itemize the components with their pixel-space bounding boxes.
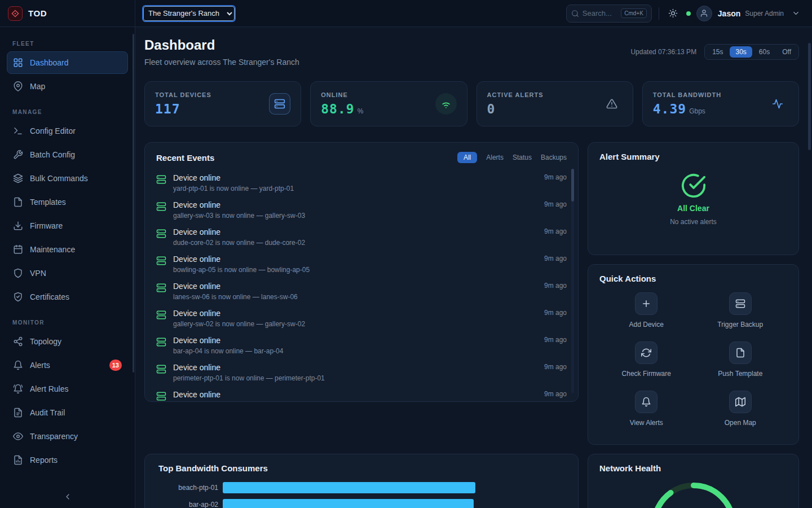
filter-all[interactable]: All	[457, 152, 477, 163]
event-detail: bar-ap-04 is now online — bar-ap-04	[173, 347, 283, 355]
user-menu-button[interactable]	[788, 6, 803, 21]
stat-info: ACTIVE ALERTS 0	[487, 91, 544, 116]
stat-card-active-alerts: ACTIVE ALERTS 0	[476, 81, 633, 126]
event-row[interactable]: Device onlinelanes-sw-06 is now online —…	[156, 277, 567, 304]
action-view-alerts[interactable]: View Alerts	[599, 391, 694, 427]
recent-events-card: Recent Events All Alerts Status Backups …	[144, 142, 579, 402]
event-detail: yard-ptp-01 is now online — yard-ptp-01	[173, 185, 294, 192]
quick-actions-title: Quick Actions	[599, 274, 656, 283]
sidebar-item-topology[interactable]: Topology	[7, 330, 128, 353]
sidebar-item-label: Dashboard	[30, 58, 69, 67]
bandwidth-chart: beach-ptp-01 bar-ap-02	[158, 482, 564, 508]
sidebar-item-config-editor[interactable]: Config Editor	[7, 120, 128, 142]
search-icon	[571, 10, 579, 17]
search-input[interactable]	[582, 9, 617, 17]
sidebar-item-templates[interactable]: Templates	[7, 191, 128, 213]
bell-icon	[635, 391, 657, 413]
sidebar-scrollbar[interactable]	[133, 34, 134, 373]
event-row[interactable]: Device onlineperimeter-ptp-01 is now onl…	[156, 358, 567, 386]
network-health-card: Network Health	[588, 454, 799, 508]
app-root: TOD The Stranger's Ranch Cmd+K Jason Sup…	[0, 0, 812, 508]
sidebar-item-transparency[interactable]: Transparency	[7, 425, 128, 448]
server-icon	[156, 310, 166, 320]
connection-status-dot	[686, 11, 691, 16]
search-box[interactable]: Cmd+K	[566, 5, 652, 23]
event-row[interactable]: Device onlineyard-ptp-01 is now online —…	[156, 169, 567, 196]
events-scrollbar-thumb[interactable]	[571, 169, 574, 202]
bandwidth-row: beach-ptp-01	[158, 482, 564, 493]
alert-status-text: All Clear	[677, 204, 709, 213]
bandwidth-bar-track	[223, 482, 564, 493]
recent-events-header: Recent Events All Alerts Status Backups	[156, 152, 567, 163]
sidebar-item-bulk-commands[interactable]: Bulk Commands	[7, 167, 128, 190]
event-time: 9m ago	[537, 282, 567, 290]
stat-label: ONLINE	[321, 91, 363, 98]
action-label: Push Template	[718, 370, 762, 378]
top-bandwidth-card: Top Bandwidth Consumers beach-ptp-01 bar…	[144, 454, 579, 508]
action-check-firmware[interactable]: Check Firmware	[599, 341, 694, 378]
filter-status[interactable]: Status	[513, 154, 532, 161]
sidebar-item-dashboard[interactable]: Dashboard	[7, 51, 128, 74]
sidebar-section-fleet: FLEET	[7, 41, 128, 47]
bell-icon	[13, 360, 23, 370]
sidebar-item-maintenance[interactable]: Maintenance	[7, 238, 128, 261]
event-text: Device onlinelanes-sw-06 is now online —…	[173, 282, 298, 301]
event-row[interactable]: Device onlinegallery-sw-02 is now online…	[156, 304, 567, 331]
sidebar-item-audit-trail[interactable]: Audit Trail	[7, 401, 128, 424]
sidebar-item-label: Bulk Commands	[30, 174, 88, 183]
sidebar-item-batch-config[interactable]: Batch Config	[7, 143, 128, 166]
filter-backups[interactable]: Backups	[541, 154, 567, 161]
event-title: Device online	[173, 200, 305, 209]
action-trigger-backup[interactable]: Trigger Backup	[694, 292, 788, 329]
sidebar-item-vpn[interactable]: VPN	[7, 262, 128, 284]
event-row[interactable]: Device onlinegallery-sw-03 is now online…	[156, 196, 567, 223]
event-row[interactable]: Device onlinebowling-ap-05 is now online…	[156, 250, 567, 277]
stat-info: TOTAL DEVICES 117	[155, 91, 211, 116]
action-label: Check Firmware	[622, 370, 671, 378]
shield-icon	[13, 268, 23, 278]
sidebar-section-monitor: MONITOR	[7, 319, 128, 326]
app-name: TOD	[28, 8, 47, 18]
sidebar-item-certificates[interactable]: Certificates	[7, 286, 128, 308]
page-scrollbar-thumb[interactable]	[808, 43, 811, 150]
stat-unit: %	[358, 107, 364, 115]
site-selector[interactable]: The Stranger's Ranch	[143, 6, 235, 21]
sidebar-item-firmware[interactable]: Firmware	[7, 214, 128, 237]
sidebar-item-map[interactable]: Map	[7, 75, 128, 98]
avatar[interactable]	[696, 6, 712, 21]
event-row[interactable]: Device onlinedude-core-02 is now online …	[156, 223, 567, 250]
network-health-title: Network Health	[599, 463, 661, 473]
sidebar-collapse-button[interactable]	[7, 489, 129, 505]
sidebar-item-label: Reports	[30, 456, 58, 465]
app-logo-icon	[8, 6, 23, 21]
stat-card-total-bandwidth: TOTAL BANDWIDTH 4.39Gbps	[642, 81, 799, 126]
filter-alerts[interactable]: Alerts	[486, 154, 504, 161]
refresh-option-60s[interactable]: 60s	[753, 46, 775, 58]
event-text: Device onlineperimeter-ptp-01 is now onl…	[173, 363, 325, 382]
sidebar-item-label: Topology	[30, 337, 61, 346]
sidebar: FLEET Dashboard Map MANAGE Config Editor…	[0, 27, 135, 508]
event-row[interactable]: Device online 9m ago	[156, 386, 567, 402]
wrench-icon	[13, 150, 23, 160]
action-open-map[interactable]: Open Map	[694, 391, 788, 427]
server-icon	[156, 256, 166, 266]
sidebar-item-alerts[interactable]: Alerts 13	[7, 354, 128, 376]
refresh-option-off[interactable]: Off	[776, 46, 797, 58]
stat-label: TOTAL BANDWIDTH	[653, 91, 721, 98]
action-add-device[interactable]: Add Device	[599, 292, 694, 329]
sun-icon	[668, 8, 678, 18]
topbar-divider	[659, 7, 659, 20]
sidebar-item-reports[interactable]: Reports	[7, 449, 128, 471]
theme-toggle-button[interactable]	[666, 6, 681, 21]
event-row[interactable]: Device onlinebar-ap-04 is now online — b…	[156, 331, 567, 358]
sidebar-item-alert-rules[interactable]: Alert Rules	[7, 378, 128, 400]
refresh-option-15s[interactable]: 15s	[707, 46, 729, 58]
events-scrollbar-track	[571, 169, 574, 393]
event-text: Device onlinegallery-sw-02 is now online…	[173, 309, 305, 328]
stat-value: 0	[487, 102, 496, 116]
refresh-option-30s[interactable]: 30s	[730, 46, 752, 58]
action-push-template[interactable]: Push Template	[694, 341, 788, 378]
event-title: Device online	[173, 255, 310, 264]
sidebar-item-label: Alert Rules	[30, 384, 68, 393]
updated-timestamp: Updated 07:36:13 PM	[630, 48, 696, 56]
